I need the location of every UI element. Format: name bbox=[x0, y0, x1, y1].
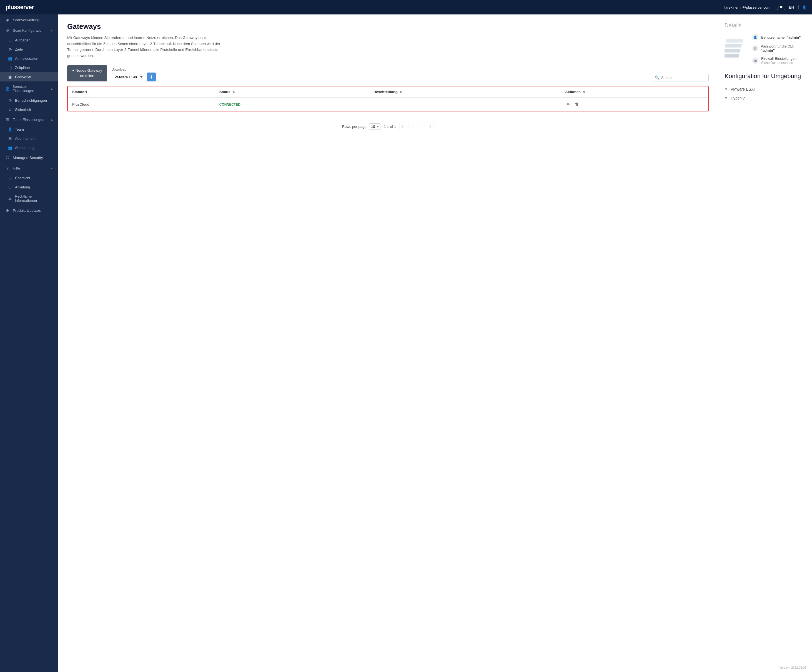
top-navigation: plusserver tarek.nemri@plusserver.com DE… bbox=[0, 0, 812, 14]
sidebar-item-team-einstellungen[interactable]: ⊞ Team Einstellungen ▲ bbox=[0, 114, 58, 125]
sidebar-label-sicherheit: Sicherheit bbox=[15, 108, 31, 112]
next-page-button[interactable]: ⟩ bbox=[417, 123, 425, 130]
sidebar-item-managed-security[interactable]: ⬡ Managed Security bbox=[0, 152, 58, 163]
sidebar-item-scan-konfiguration[interactable]: ⚙ Scan-Konfiguration ▲ bbox=[0, 25, 58, 36]
config-icon: ⚙ bbox=[5, 28, 10, 32]
overview-icon: ⊞ bbox=[8, 176, 12, 180]
sidebar-label-scan-konfiguration: Scan-Konfiguration bbox=[13, 28, 44, 32]
sort-beschreibung-icon: ⇅ bbox=[399, 91, 402, 94]
sidebar-item-anmeldedaten[interactable]: 👥 Anmeldedaten bbox=[0, 54, 58, 63]
credentials-icon: 👥 bbox=[8, 56, 12, 61]
sidebar-label-gateways: Gateways bbox=[15, 75, 31, 79]
col-aktionen[interactable]: Aktionen ⇅ bbox=[561, 86, 708, 97]
user-email: tarek.nemri@plusserver.com bbox=[724, 5, 770, 9]
chevron-up-icon-4: ▲ bbox=[50, 166, 53, 170]
chevron-up-icon: ▲ bbox=[50, 29, 53, 32]
sidebar-item-hilfe[interactable]: ? Hilfe ▲ bbox=[0, 163, 58, 173]
detail-password: ⊡ Passwort für die CLI: "admin" bbox=[752, 44, 805, 53]
cell-status: CONNECTED bbox=[215, 97, 369, 111]
notifications-icon: ✉ bbox=[8, 98, 12, 103]
sort-aktionen-icon: ⇅ bbox=[583, 91, 585, 94]
sidebar-item-abrechnung[interactable]: 👥 Abrechnung bbox=[0, 143, 58, 152]
sidebar-item-produkt-updates[interactable]: ⊕ Produkt Updates bbox=[0, 205, 58, 215]
nav-divider-2 bbox=[798, 5, 799, 9]
sidebar-item-rechtliche-informationen[interactable]: ⚖ Rechtliche Informationen bbox=[0, 192, 58, 205]
sidebar-item-abonnement[interactable]: ▤ Abonnement bbox=[0, 134, 58, 143]
config-item-vmware[interactable]: ▼ VMware ESXi bbox=[725, 85, 805, 94]
config-label-vmware: VMware ESXi bbox=[731, 87, 754, 91]
help-icon: ? bbox=[5, 166, 10, 170]
details-title: Details bbox=[725, 22, 805, 29]
download-select[interactable]: VMware ESXi bbox=[112, 73, 145, 81]
sidebar-item-zeitplaene[interactable]: ◷ Zeitpläne bbox=[0, 63, 58, 72]
page-range-text: 1-1 of 1 bbox=[384, 125, 396, 129]
sidebar-label-abrechnung: Abrechnung bbox=[15, 145, 34, 150]
download-label: Download bbox=[112, 68, 156, 72]
sidebar-label-team: Team bbox=[15, 127, 24, 132]
detail-username: 👤 Benutzername: "admin" bbox=[752, 34, 805, 40]
nav-divider bbox=[774, 5, 774, 9]
sidebar-label-anleitung: Anleitung bbox=[15, 185, 30, 189]
sidebar-item-team[interactable]: 👤 Team bbox=[0, 125, 58, 134]
arrow-vmware-icon: ▼ bbox=[725, 87, 728, 91]
search-group: 🔍 bbox=[652, 74, 709, 81]
sidebar-item-sicherheit[interactable]: ⊙ Sicherheit bbox=[0, 105, 58, 114]
new-gateway-button[interactable]: + Neues Gateway erstellen bbox=[67, 65, 107, 81]
sidebar-label-hilfe: Hilfe bbox=[13, 166, 20, 170]
toolbar: + Neues Gateway erstellen Download VMwar… bbox=[67, 65, 709, 81]
main-layout: ◈ Scanverwaltung ⚙ Scan-Konfiguration ▲ … bbox=[0, 14, 812, 672]
cell-standort: PlusCloud bbox=[68, 97, 215, 111]
sidebar-label-ziele: Ziele bbox=[15, 47, 23, 51]
search-input[interactable] bbox=[661, 75, 706, 80]
sidebar-item-ziele[interactable]: ◎ Ziele bbox=[0, 45, 58, 54]
top-nav-right: tarek.nemri@plusserver.com DE EN 👤 bbox=[724, 4, 807, 10]
detail-firewall-text: Firewall-Einstellungen Siehe Dokumentati… bbox=[761, 56, 797, 65]
user-settings-icon: 👤 bbox=[5, 86, 10, 91]
sidebar-item-benachrichtigungen[interactable]: ✉ Benachrichtigungen bbox=[0, 96, 58, 105]
detail-password-text: Passwort für die CLI: "admin" bbox=[761, 44, 805, 53]
sidebar-item-scanverwaltung[interactable]: ◈ Scanverwaltung bbox=[0, 14, 58, 25]
config-title: Konfiguration für Umgebung bbox=[725, 72, 805, 80]
sidebar-item-uebersicht[interactable]: ⊞ Übersicht bbox=[0, 173, 58, 183]
gateway-illustration: 👤 Benutzername: "admin" ⊡ Passwort für d… bbox=[725, 34, 805, 65]
svg-rect-3 bbox=[726, 39, 743, 43]
edit-button[interactable]: ✏ bbox=[565, 101, 572, 108]
sidebar-label-benutzer-einstellungen: Benutzer Einstellungen bbox=[12, 84, 48, 93]
gateway-stack-svg bbox=[725, 37, 747, 62]
updates-icon: ⊕ bbox=[5, 208, 10, 213]
config-item-hyperv[interactable]: ▼ Hyper-V bbox=[725, 94, 805, 103]
rows-per-page-select[interactable]: 10 bbox=[369, 123, 380, 130]
sidebar-label-rechtliche-informationen: Rechtliche Informationen bbox=[15, 194, 53, 203]
config-label-hyperv: Hyper-V bbox=[731, 96, 745, 100]
sidebar-item-gateways[interactable]: ▦ Gateways bbox=[0, 72, 58, 81]
pagination: Rows per page: 10 1-1 of 1 ⟨⟨ ⟨ ⟩ ⟩⟩ bbox=[67, 118, 709, 135]
col-status[interactable]: Status ⇅ bbox=[215, 86, 369, 97]
left-panel: Gateways Mit Gateways können Sie entfern… bbox=[58, 14, 718, 663]
status-badge: CONNECTED bbox=[219, 103, 241, 106]
page-description: Mit Gateways können Sie entfernte und in… bbox=[67, 35, 223, 59]
download-button[interactable]: ⬇ bbox=[147, 72, 156, 81]
first-page-button[interactable]: ⟨⟨ bbox=[399, 123, 407, 130]
lang-de-button[interactable]: DE bbox=[777, 4, 785, 10]
search-input-wrap: 🔍 bbox=[652, 74, 709, 81]
lang-en-button[interactable]: EN bbox=[788, 5, 795, 10]
user-icon: 👤 bbox=[802, 5, 807, 9]
gateway-icon: ▦ bbox=[8, 75, 12, 79]
team-icon: 👤 bbox=[8, 127, 12, 132]
sidebar-item-anleitung[interactable]: ☐ Anleitung bbox=[0, 183, 58, 192]
tasks-icon: ☰ bbox=[8, 38, 12, 42]
version-text: Version: 2022.05.03 bbox=[58, 663, 812, 672]
download-group: Download VMware ESXi ⬇ bbox=[112, 68, 156, 81]
prev-page-button[interactable]: ⟨ bbox=[408, 123, 416, 130]
delete-button[interactable]: 🗑 bbox=[573, 101, 581, 107]
table-row: PlusCloud CONNECTED ✏ 🗑 bbox=[68, 97, 708, 111]
svg-rect-1 bbox=[725, 49, 740, 53]
sidebar-item-benutzer-einstellungen[interactable]: 👤 Benutzer Einstellungen ▲ bbox=[0, 81, 58, 96]
col-standort[interactable]: Standort ↑↓ bbox=[68, 86, 215, 97]
last-page-button[interactable]: ⟩⟩ bbox=[426, 123, 434, 130]
col-beschreibung[interactable]: Beschreibung ⇅ bbox=[369, 86, 561, 97]
sidebar-item-aufgaben[interactable]: ☰ Aufgaben bbox=[0, 36, 58, 45]
rows-per-page: Rows per page: 10 bbox=[342, 123, 380, 130]
subscription-icon: ▤ bbox=[8, 137, 12, 140]
security-icon: ⊙ bbox=[8, 108, 12, 112]
